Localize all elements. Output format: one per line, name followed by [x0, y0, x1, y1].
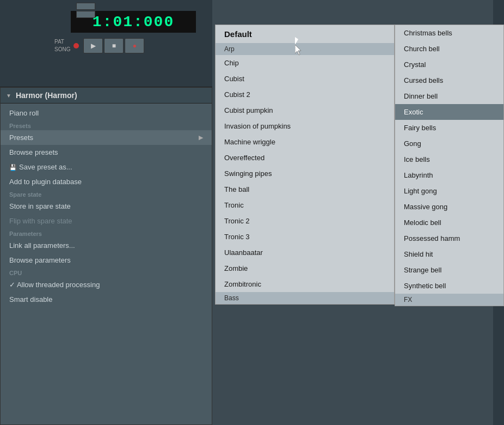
dinner-bell-item[interactable]: Dinner bell [395, 88, 503, 104]
record-button[interactable]: ● [125, 38, 144, 53]
arp-section-header: Arp [216, 43, 394, 55]
exotic-item[interactable]: Exotic [395, 104, 503, 120]
params-section-label: Parameters [1, 228, 212, 238]
cubist-item[interactable]: Cubist [216, 71, 394, 87]
light-gong-item[interactable]: Light gong [395, 183, 503, 199]
bass-section-header: Bass [216, 292, 394, 304]
save-preset-item[interactable]: 💾Save preset as... [1, 160, 212, 174]
add-plugin-db-item[interactable]: Add to plugin database [1, 174, 212, 189]
cubist-pumpkin-item[interactable]: Cubist pumpkin [216, 102, 394, 118]
presets-label: Presets [9, 133, 33, 142]
massive-gong-item[interactable]: Massive gong [395, 199, 503, 215]
presets-menu-item[interactable]: Presets ▶ [1, 130, 212, 145]
smart-disable-item[interactable]: Smart disable [1, 292, 212, 307]
ice-bells-item[interactable]: Ice bells [395, 151, 503, 167]
arrow-icon: ▶ [199, 134, 203, 141]
top-icons [76, 3, 95, 18]
tronic2-item[interactable]: Tronic 2 [216, 213, 394, 229]
labyrinth-item[interactable]: Labyrinth [395, 167, 503, 183]
record-indicator [73, 43, 79, 48]
the-ball-item[interactable]: The ball [216, 181, 394, 197]
melodic-bell-item[interactable]: Melodic bell [395, 215, 503, 230]
zombitronic-item[interactable]: Zombitronic [216, 276, 394, 292]
song-label: SONG [54, 46, 70, 53]
allow-threaded-item[interactable]: Allow threaded processing [1, 277, 212, 292]
cpu-section-label: CPU [1, 268, 212, 277]
browse-params-item[interactable]: Browse parameters [1, 253, 212, 268]
invasion-item[interactable]: Invasion of pumpkins [216, 118, 394, 134]
crystal-item[interactable]: Crystal [395, 57, 503, 72]
store-spare-item[interactable]: Store in spare state [1, 199, 212, 214]
gong-item[interactable]: Gong [395, 136, 503, 151]
church-bell-item[interactable]: Church bell [395, 41, 503, 57]
tronic3-item[interactable]: Tronic 3 [216, 229, 394, 245]
tronic-item[interactable]: Tronic [216, 197, 394, 213]
christmas-bells-item[interactable]: Christmas bells [395, 25, 503, 41]
collapse-icon[interactable]: ▼ [6, 93, 11, 99]
top-icon-2 [76, 11, 95, 18]
zombie-item[interactable]: Zombie [216, 260, 394, 276]
preset-dropdown-col2: Christmas bells Church bell Crystal Curs… [395, 25, 504, 306]
link-params-item[interactable]: Link all parameters... [1, 238, 212, 253]
ulaanbaatar-item[interactable]: Ulaanbaatar [216, 245, 394, 260]
piano-roll-item[interactable]: Piano roll [1, 106, 212, 120]
synthetic-bell-item[interactable]: Synthetic bell [395, 278, 503, 294]
flip-spare-item: Flip with spare state [1, 214, 212, 228]
top-icon-1 [76, 3, 95, 10]
chip-item[interactable]: Chip [216, 55, 394, 71]
plugin-title-bar: ▼ Harmor (Harmor) [1, 88, 212, 104]
overeffected-item[interactable]: Overeffected [216, 150, 394, 166]
fairy-bells-item[interactable]: Fairy bells [395, 120, 503, 136]
spare-section-label: Spare state [1, 189, 212, 199]
plugin-menu: Piano roll Presets Presets ▶ Browse pres… [1, 104, 212, 309]
possessed-hammer-item[interactable]: Possessed hamm [395, 230, 503, 246]
cursed-bells-item[interactable]: Cursed bells [395, 72, 503, 88]
shield-hit-item[interactable]: Shield hit [395, 246, 503, 262]
default-preset-item[interactable]: Default [216, 25, 394, 43]
fx-section-footer: FX [395, 294, 503, 306]
preset-dropdown-col1: Default Arp Chip Cubist Cubist 2 Cubist … [215, 25, 395, 305]
cubist2-item[interactable]: Cubist 2 [216, 87, 394, 102]
presets-section-label: Presets [1, 120, 212, 130]
play-button[interactable]: ▶ [83, 38, 103, 53]
machine-wriggle-item[interactable]: Machine wriggle [216, 134, 394, 150]
top-bar: 1:01:000 PAT SONG ▶ ■ ● [0, 0, 212, 87]
pat-label: PAT [54, 38, 70, 46]
stop-button[interactable]: ■ [104, 38, 124, 53]
plugin-title: Harmor (Harmor) [16, 91, 77, 100]
browse-presets-item[interactable]: Browse presets [1, 145, 212, 160]
strange-bell-item[interactable]: Strange bell [395, 262, 503, 278]
plugin-panel: ▼ Harmor (Harmor) Piano roll Presets Pre… [0, 87, 212, 425]
swinging-pipes-item[interactable]: Swinging pipes [216, 166, 394, 181]
